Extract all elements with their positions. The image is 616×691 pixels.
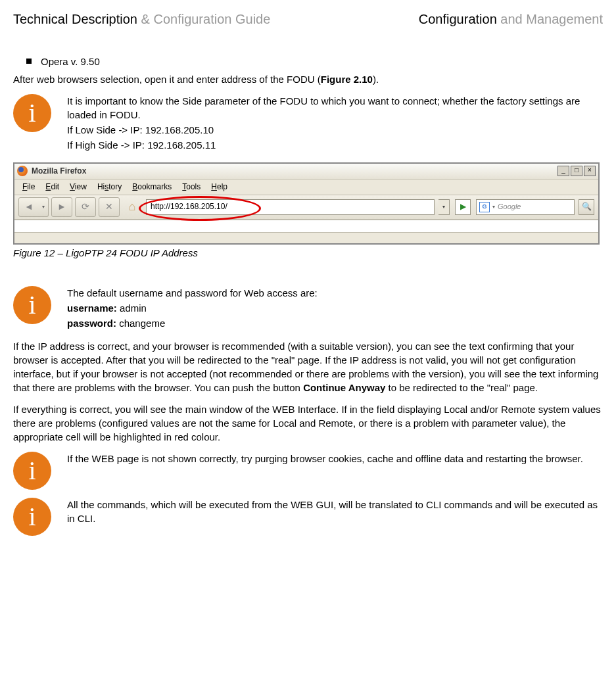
info-icon: i [13,94,51,132]
stop-button[interactable]: ✕ [99,197,120,217]
search-box[interactable]: G ▾ Google [476,199,575,215]
back-dropdown[interactable]: ▾ [39,197,49,217]
go-button[interactable]: ▶ [455,199,471,215]
statusbar [14,232,598,243]
url-text: http://192.168.205.10/ [151,201,227,212]
info-text-4: All the commands, which will be executed… [67,498,603,527]
info-icon-letter: i [28,100,36,126]
search-go-button[interactable]: 🔍 [579,199,594,215]
info-icon-letter: i [28,458,36,484]
figure-caption: Figure 12 – LigoPTP 24 FODU IP Address [13,246,603,260]
paragraph-2: If everything is correct, you will see t… [13,402,603,444]
password-value: changeme [116,318,165,329]
firefox-icon [17,166,28,176]
search-placeholder: Google [498,202,521,212]
info-block-1: i It is important to know the Side param… [13,94,603,153]
info1-line3: If High Side -> IP: 192.168.205.11 [67,138,603,152]
header-right-light: and Management [497,12,603,26]
home-icon: ⌂ [129,199,136,215]
window-title: Mozilla Firefox [32,166,86,177]
minimize-button[interactable]: _ [557,166,569,176]
intro-c: ). [373,74,379,85]
info4-text: All the commands, which will be executed… [67,498,603,525]
bullet-icon [26,59,32,64]
header-left-light: & Configuration Guide [137,12,270,26]
browser-content [14,220,598,232]
search-engine-dropdown-icon: ▾ [492,203,495,210]
window-buttons: _ □ × [557,166,596,176]
menu-tools[interactable]: Tools [178,181,204,193]
home-button[interactable]: ⌂ [122,198,142,216]
menu-history[interactable]: History [93,181,126,193]
header-right-bold: Configuration [419,12,497,26]
username-value: admin [117,302,147,314]
para1b: Continue Anyway [303,382,385,393]
intro-paragraph: After web browsers selection, open it an… [13,72,603,86]
close-button[interactable]: × [584,166,596,176]
forward-button[interactable]: ► [51,197,72,217]
menu-edit[interactable]: Edit [41,181,63,193]
info-icon-letter: i [28,504,36,530]
info2-line3: password: changeme [67,316,603,330]
info-text-1: It is important to know the Side paramet… [67,94,603,153]
page-header: Technical Description & Configuration Gu… [13,10,603,28]
intro-b: Figure 2.10 [321,74,373,85]
info2-line1: The default username and password for We… [67,286,603,300]
menu-view[interactable]: View [66,181,91,193]
para1c: to be redirected to the "real" page. [385,382,538,393]
header-left: Technical Description & Configuration Gu… [13,10,270,28]
info-text-3: If the WEB page is not shown correctly, … [67,452,603,467]
maximize-button[interactable]: □ [571,166,582,176]
browser-screenshot: Mozilla Firefox _ □ × File Edit View His… [13,162,600,245]
header-left-bold: Technical Description [13,12,137,26]
menu-help[interactable]: Help [207,181,231,193]
menubar: File Edit View History Bookmarks Tools H… [14,179,598,195]
toolbar: ◄ ▾ ► ⟳ ✕ ⌂ http://192.168.205.10/ ▾ ▶ G… [14,195,598,220]
info1-line1: It is important to know the Side paramet… [67,94,603,122]
back-button[interactable]: ◄ [18,197,39,217]
reload-button[interactable]: ⟳ [75,197,96,217]
menu-bookmarks[interactable]: Bookmarks [128,181,176,193]
username-label: username: [67,302,117,314]
password-label: password: [67,318,116,329]
info1-line2: If Low Side -> IP: 192.168.205.10 [67,123,603,137]
info-icon-letter: i [28,292,36,318]
address-dropdown[interactable]: ▾ [438,199,450,215]
bullet-text: Opera v. 9.50 [41,55,100,68]
google-icon: G [479,202,490,212]
info-block-4: i All the commands, which will be execut… [13,498,603,536]
header-right: Configuration and Management [419,10,603,28]
bullet-item: Opera v. 9.50 [26,55,603,68]
address-bar[interactable]: http://192.168.205.10/ [146,199,435,215]
info-block-2: i The default username and password for … [13,286,603,331]
info-icon: i [13,452,51,490]
titlebar: Mozilla Firefox _ □ × [14,164,598,179]
info3-text: If the WEB page is not shown correctly, … [67,452,603,465]
info-text-2: The default username and password for We… [67,286,603,331]
info-block-3: i If the WEB page is not shown correctly… [13,452,603,490]
info2-line2: username: admin [67,301,603,315]
info-icon: i [13,286,51,324]
menu-file[interactable]: File [18,181,39,193]
info-icon: i [13,498,51,536]
titlebar-left: Mozilla Firefox [17,166,86,177]
paragraph-1: If the IP address is correct, and your b… [13,339,603,394]
intro-a: After web browsers selection, open it an… [13,74,321,85]
